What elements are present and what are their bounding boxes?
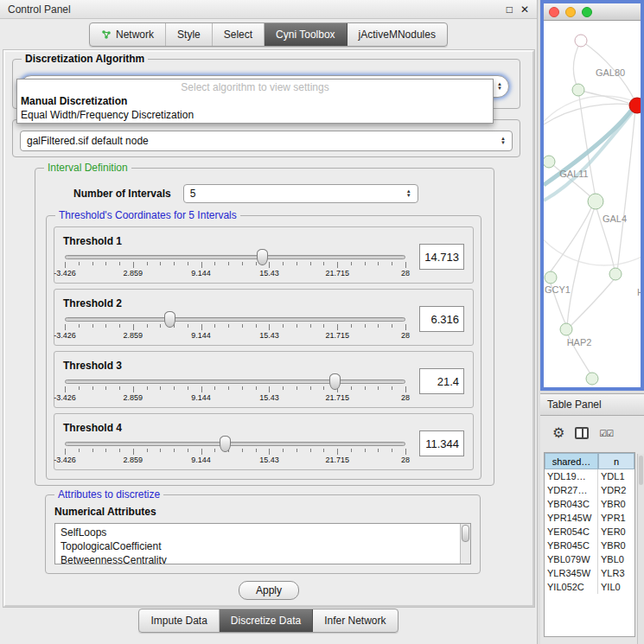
network-node[interactable] xyxy=(575,35,587,47)
threshold-value-field[interactable]: 21.4 xyxy=(419,368,464,394)
network-canvas[interactable]: GAL80GAL11GAL4GCY1HAP2H xyxy=(544,21,641,387)
algorithm-option[interactable]: Manual Discretization xyxy=(17,94,493,108)
table-cell[interactable]: YLR345W xyxy=(545,566,598,580)
table-row[interactable]: YBL079WYBL0 xyxy=(545,552,634,566)
table-row[interactable]: YBR045CYBR0 xyxy=(545,539,634,552)
tab-style[interactable]: Style xyxy=(166,23,213,46)
close-traffic-light-icon[interactable] xyxy=(549,7,559,17)
table-cell[interactable]: YPR145W xyxy=(545,511,598,525)
zoom-traffic-light-icon[interactable] xyxy=(582,7,592,17)
table-cell[interactable]: YDR2 xyxy=(598,483,634,497)
apply-button[interactable]: Apply xyxy=(239,581,299,600)
algorithm-group: Discretization Algorithm ▲▼ Select algor… xyxy=(12,59,520,109)
threshold-value-field[interactable]: 14.713 xyxy=(419,244,464,270)
network-node[interactable] xyxy=(572,84,584,96)
list-item[interactable]: BetweennessCentrality xyxy=(61,553,458,564)
tab-infer-network[interactable]: Infer Network xyxy=(313,609,397,632)
column-header[interactable]: n xyxy=(598,453,634,469)
algorithm-placeholder-option[interactable]: Select algorithm to view settings xyxy=(17,80,493,94)
tick-label: 21.715 xyxy=(325,393,349,402)
columns-icon[interactable] xyxy=(575,427,589,439)
table-cell[interactable]: YBR0 xyxy=(598,539,634,552)
minimize-traffic-light-icon[interactable] xyxy=(565,7,576,17)
column-header[interactable]: shared… xyxy=(545,453,598,469)
network-node[interactable] xyxy=(609,268,622,280)
node-label: GCY1 xyxy=(545,284,571,295)
node-label: GAL4 xyxy=(603,214,627,224)
table-cell[interactable]: YER054C xyxy=(545,525,598,539)
tick-label: 9.144 xyxy=(191,393,211,402)
tick-label: 9.144 xyxy=(191,456,211,464)
table-cell[interactable]: YBR045C xyxy=(545,539,598,552)
algorithm-option[interactable]: Equal Width/Frequency Discretization xyxy=(17,108,493,122)
tick-label: 2.859 xyxy=(124,456,143,464)
table-row[interactable]: YBR043CYBR0 xyxy=(545,497,634,511)
table-cell[interactable]: YER0 xyxy=(598,525,634,539)
table-row[interactable]: YLR345WYLR3 xyxy=(545,566,634,580)
table-row[interactable]: YER054CYER0 xyxy=(545,525,634,539)
number-of-intervals-combobox[interactable]: 5 ▲▼ xyxy=(183,184,418,203)
tab-network[interactable]: Network xyxy=(90,23,166,46)
node-table[interactable]: shared… n YDL19…YDL1YDR27…YDR2YBR043CYBR… xyxy=(544,452,635,637)
slider-track[interactable] xyxy=(65,255,405,259)
node-label: GAL80 xyxy=(596,67,625,78)
table-row[interactable]: YDR27…YDR2 xyxy=(545,483,634,497)
threshold-slider[interactable]: -3.4262.8599.14415.4321.71528 xyxy=(63,311,407,341)
float-icon[interactable]: □ xyxy=(507,3,513,16)
tab-jactivemnodules[interactable]: jActiveMNodules xyxy=(348,23,447,46)
numerical-attributes-list[interactable]: SelfLoopsTopologicalCoefficientBetweenne… xyxy=(54,523,471,564)
threshold-slider[interactable]: -3.4262.8599.14415.4321.71528 xyxy=(63,249,407,278)
table-data-value: galFiltered.sif default node xyxy=(27,135,149,147)
table-scrollbar[interactable] xyxy=(637,454,644,644)
threshold-value-field[interactable]: 6.316 xyxy=(419,306,464,332)
table-cell[interactable]: YPR1 xyxy=(598,511,634,525)
table-cell[interactable]: YBL0 xyxy=(598,552,634,566)
slider-thumb[interactable] xyxy=(220,436,231,452)
network-node[interactable] xyxy=(588,194,603,209)
table-cell[interactable]: YIL052C xyxy=(545,580,598,594)
network-node[interactable] xyxy=(544,156,555,168)
tab-impute-data[interactable]: Impute Data xyxy=(139,609,219,632)
threshold-value-field[interactable]: 11.344 xyxy=(419,430,464,456)
table-data-combobox[interactable]: galFiltered.sif default node ▲▼ xyxy=(20,131,513,151)
tick-label: 2.859 xyxy=(124,331,143,340)
network-node[interactable] xyxy=(545,271,557,284)
slider-track[interactable] xyxy=(65,317,405,322)
network-node[interactable] xyxy=(586,373,598,385)
table-cell[interactable]: YDL19… xyxy=(545,469,598,483)
network-window-titlebar[interactable] xyxy=(544,3,641,21)
list-item[interactable]: TopologicalCoefficient xyxy=(61,539,458,553)
attributes-group-label: Attributes to discretize xyxy=(54,488,163,501)
top-tab-bar: Network Style Select Cyni Toolbox jActiv… xyxy=(0,19,537,50)
slider-track[interactable] xyxy=(65,442,405,446)
threshold-slider[interactable]: -3.4262.8599.14415.4321.71528 xyxy=(63,373,407,403)
list-item[interactable]: SelfLoops xyxy=(61,526,458,539)
tab-label: Network xyxy=(116,29,154,41)
table-row[interactable]: YPR145WYPR1 xyxy=(545,511,634,525)
table-row[interactable]: YIL052CYIL0 xyxy=(545,580,634,594)
table-cell[interactable]: YBR043C xyxy=(545,497,598,511)
slider-track[interactable] xyxy=(65,379,405,384)
table-cell[interactable]: YLR3 xyxy=(598,566,634,580)
tab-label: jActiveMNodules xyxy=(359,29,436,41)
table-cell[interactable]: YBR0 xyxy=(598,497,634,511)
network-node[interactable] xyxy=(629,98,641,113)
table-row[interactable]: YDL19…YDL1 xyxy=(545,469,634,483)
close-icon[interactable]: ✕ xyxy=(520,3,529,16)
tick-label: 28 xyxy=(401,456,410,464)
select-columns-icon[interactable]: ☑☑ xyxy=(599,429,613,438)
window-titlebar[interactable]: Control Panel □ ✕ xyxy=(0,0,537,19)
list-scrollbar[interactable] xyxy=(460,524,470,564)
tab-select[interactable]: Select xyxy=(213,23,265,46)
table-cell[interactable]: YIL0 xyxy=(598,580,634,594)
tab-cyni-toolbox[interactable]: Cyni Toolbox xyxy=(265,23,347,46)
tab-discretize-data[interactable]: Discretize Data xyxy=(220,609,313,632)
slider-thumb[interactable] xyxy=(257,249,268,265)
gear-icon[interactable]: ⚙ xyxy=(552,426,564,440)
table-cell[interactable]: YDL1 xyxy=(598,469,634,483)
table-cell[interactable]: YDR27… xyxy=(545,483,598,497)
table-panel-header[interactable]: Table Panel xyxy=(540,393,644,416)
threshold-slider[interactable]: -3.4262.8599.14415.4321.71528 xyxy=(63,436,407,465)
table-cell[interactable]: YBL079W xyxy=(545,552,598,566)
network-node[interactable] xyxy=(560,323,572,335)
